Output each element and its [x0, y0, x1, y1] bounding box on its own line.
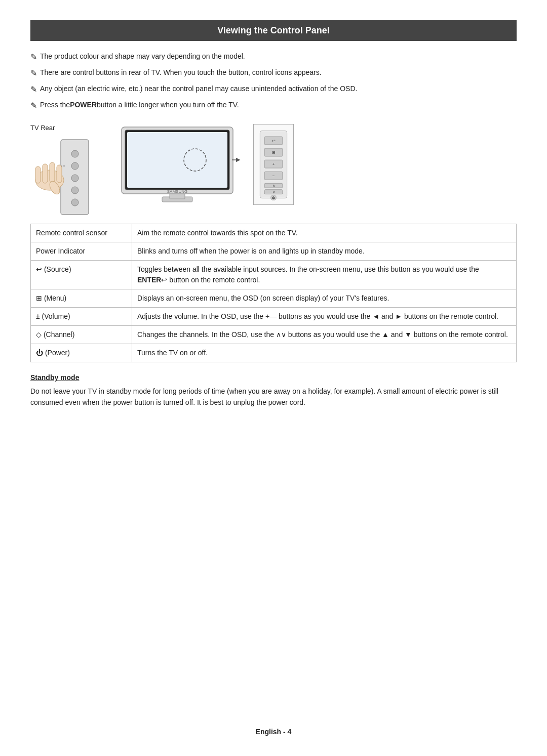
tv-front-svg: SAMSUNG [114, 122, 241, 207]
note-icon: ✎ [30, 51, 37, 63]
footer: English - 4 [0, 728, 547, 736]
feature-label: ± (Volume) [31, 308, 132, 326]
feature-table: Remote control sensorAim the remote cont… [30, 224, 517, 362]
feature-label: ⊞ (Menu) [31, 289, 132, 308]
svg-text:−: − [272, 174, 275, 178]
svg-text:+: + [272, 162, 275, 166]
feature-label: Power Indicator [31, 242, 132, 261]
note-item: ✎There are control buttons in rear of TV… [30, 67, 517, 79]
standby-title: Standby mode [30, 373, 517, 382]
svg-rect-10 [35, 166, 41, 183]
svg-point-5 [71, 199, 79, 206]
diagrams-row: TV Rear [30, 124, 517, 220]
svg-text:⏻: ⏻ [272, 196, 276, 200]
feature-label: Remote control sensor [31, 224, 132, 242]
note-text: Any object (an electric wire, etc.) near… [40, 83, 357, 94]
svg-point-1 [71, 150, 79, 157]
control-panel-svg: ↩ ⊞ + − ∧ ∨ ⏻ [256, 129, 291, 200]
feature-description: Displays an on-screen menu, the OSD (on … [132, 289, 517, 308]
feature-label: ↩ (Source) [31, 261, 132, 289]
table-row: ± (Volume)Adjusts the volume. In the OSD… [31, 308, 517, 326]
note-icon: ✎ [30, 67, 37, 79]
tv-rear-diagram: TV Rear [30, 124, 96, 220]
feature-description: Blinks and turns off when the power is o… [132, 242, 517, 261]
note-icon: ✎ [30, 100, 37, 112]
note-item: ✎Any object (an electric wire, etc.) nea… [30, 83, 517, 96]
svg-rect-17 [127, 132, 227, 188]
tv-front-diagram: SAMSUNG [111, 124, 243, 205]
note-bold: POWER [70, 100, 97, 110]
svg-point-3 [71, 175, 79, 182]
svg-text:⊞: ⊞ [272, 150, 276, 155]
note-text: Press the [40, 100, 70, 110]
feature-description: Turns the TV on or off. [132, 344, 517, 362]
hand-svg [30, 135, 96, 220]
svg-text:SAMSUNG: SAMSUNG [167, 189, 187, 194]
svg-text:∧: ∧ [272, 184, 275, 188]
note-item: ✎Press the POWER button a little longer … [30, 100, 517, 112]
svg-point-2 [71, 162, 79, 170]
note-icon: ✎ [30, 83, 37, 96]
table-row: ↩ (Source)Toggles between all the availa… [31, 261, 517, 289]
feature-description: Aim the remote control towards this spot… [132, 224, 517, 242]
table-row: Power IndicatorBlinks and turns off when… [31, 242, 517, 261]
table-row: ⏻ (Power)Turns the TV on or off. [31, 344, 517, 362]
svg-text:∨: ∨ [272, 190, 275, 194]
note-item: ✎The product colour and shape may vary d… [30, 51, 517, 63]
note-text: The product colour and shape may vary de… [40, 51, 245, 62]
table-row: ⊞ (Menu)Displays an on-screen menu, the … [31, 289, 517, 308]
note-text: There are control buttons in rear of TV.… [40, 67, 322, 78]
feature-description: Adjusts the volume. In the OSD, use the … [132, 308, 517, 326]
control-panel-diagram: ↩ ⊞ + − ∧ ∨ ⏻ [253, 124, 294, 205]
tv-rear-label: TV Rear [30, 124, 55, 132]
notes-section: ✎The product colour and shape may vary d… [30, 51, 517, 112]
note-text-after: button a little longer when you turn off… [97, 100, 239, 110]
svg-text:↩: ↩ [272, 139, 276, 143]
page-title: Viewing the Control Panel [30, 20, 517, 41]
svg-rect-9 [43, 164, 48, 183]
svg-point-4 [71, 187, 79, 194]
svg-rect-8 [50, 162, 55, 183]
feature-description: Changes the channels. In the OSD, use th… [132, 326, 517, 344]
standby-text: Do not leave your TV in standby mode for… [30, 386, 517, 408]
footer-text: English - 4 [256, 728, 292, 736]
feature-label: ⏻ (Power) [31, 344, 132, 362]
svg-rect-7 [57, 165, 62, 183]
table-row: Remote control sensorAim the remote cont… [31, 224, 517, 242]
feature-label: ◇ (Channel) [31, 326, 132, 344]
feature-description: Toggles between all the available input … [132, 261, 517, 289]
table-row: ◇ (Channel)Changes the channels. In the … [31, 326, 517, 344]
